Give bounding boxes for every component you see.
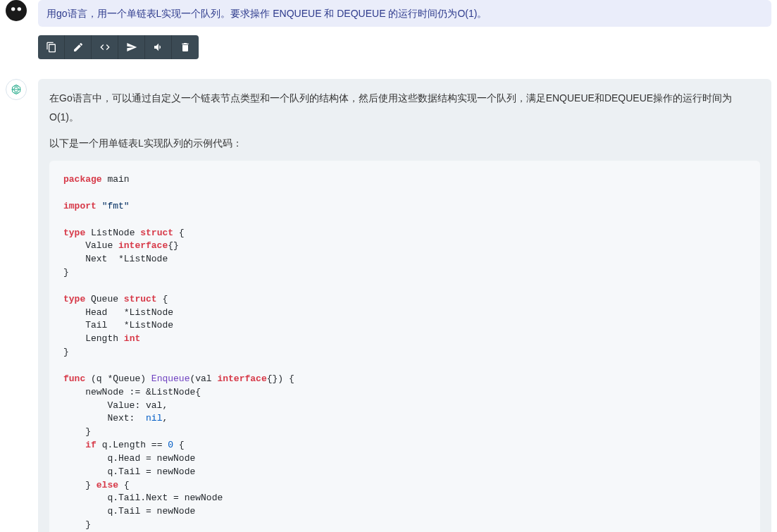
assistant-para-2: 以下是一个用单链表L实现队列的示例代码：: [49, 134, 760, 153]
user-prompt-text: 用go语言，用一个单链表L实现一个队列。要求操作 ENQUEUE 和 DEQUE…: [38, 0, 771, 27]
volume-button[interactable]: [145, 35, 172, 59]
edit-button[interactable]: [65, 35, 92, 59]
code-block[interactable]: package main import "fmt" type ListNode …: [49, 161, 760, 532]
user-avatar: [6, 0, 27, 21]
assistant-message-row: 在Go语言中，可以通过自定义一个链表节点类型和一个队列的结构体，然后使用这些数据…: [6, 79, 771, 532]
svg-point-1: [18, 7, 21, 11]
message-toolbar: [38, 35, 199, 59]
user-message-row: 用go语言，用一个单链表L实现一个队列。要求操作 ENQUEUE 和 DEQUE…: [6, 0, 771, 27]
assistant-response: 在Go语言中，可以通过自定义一个链表节点类型和一个队列的结构体，然后使用这些数据…: [38, 79, 771, 532]
delete-button[interactable]: [172, 35, 199, 59]
assistant-avatar: [6, 79, 27, 100]
copy-button[interactable]: [38, 35, 65, 59]
assistant-para-1: 在Go语言中，可以通过自定义一个链表节点类型和一个队列的结构体，然后使用这些数据…: [49, 89, 760, 126]
svg-point-0: [11, 7, 15, 11]
share-button[interactable]: [118, 35, 145, 59]
code-button[interactable]: [92, 35, 118, 59]
